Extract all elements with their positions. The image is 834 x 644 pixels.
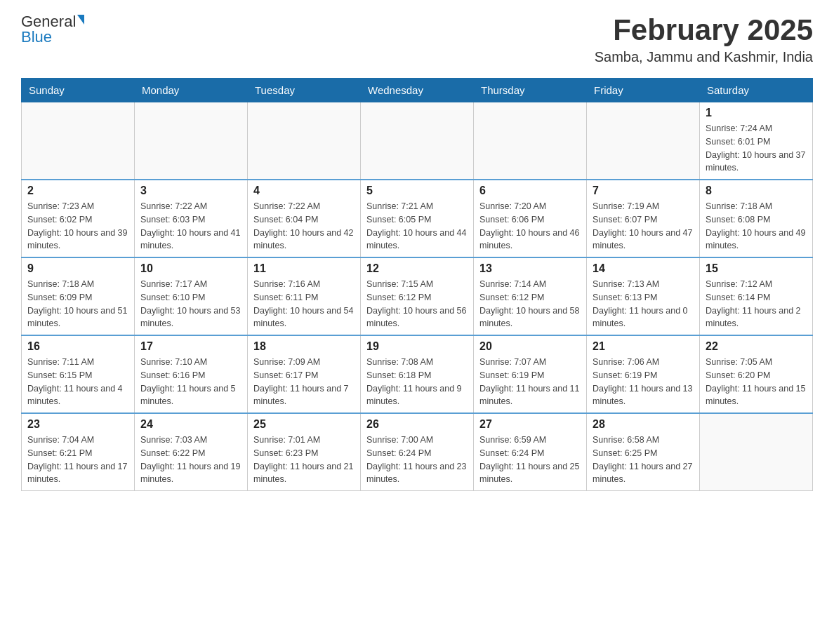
day-number: 25	[253, 418, 355, 431]
day-number: 13	[479, 262, 581, 275]
calendar-week-row: 1Sunrise: 7:24 AMSunset: 6:01 PMDaylight…	[22, 102, 813, 180]
calendar-cell: 10Sunrise: 7:17 AMSunset: 6:10 PMDayligh…	[135, 257, 248, 335]
day-info: Sunrise: 7:08 AMSunset: 6:18 PMDaylight:…	[366, 356, 468, 408]
calendar-cell: 8Sunrise: 7:18 AMSunset: 6:08 PMDaylight…	[700, 180, 813, 257]
calendar-cell: 28Sunrise: 6:58 AMSunset: 6:25 PMDayligh…	[587, 413, 700, 491]
calendar-cell	[587, 102, 700, 180]
day-info: Sunrise: 7:21 AMSunset: 6:05 PMDaylight:…	[366, 200, 468, 253]
calendar-cell: 23Sunrise: 7:04 AMSunset: 6:21 PMDayligh…	[22, 413, 135, 491]
day-info: Sunrise: 7:18 AMSunset: 6:09 PMDaylight:…	[27, 278, 128, 330]
day-info: Sunrise: 7:19 AMSunset: 6:07 PMDaylight:…	[593, 200, 694, 253]
day-number: 5	[366, 185, 468, 197]
calendar-week-row: 9Sunrise: 7:18 AMSunset: 6:09 PMDaylight…	[22, 257, 813, 335]
calendar-cell: 18Sunrise: 7:09 AMSunset: 6:17 PMDayligh…	[248, 335, 361, 413]
calendar-cell: 13Sunrise: 7:14 AMSunset: 6:12 PMDayligh…	[474, 257, 587, 335]
day-info: Sunrise: 7:22 AMSunset: 6:04 PMDaylight:…	[253, 200, 355, 253]
day-info: Sunrise: 7:06 AMSunset: 6:19 PMDaylight:…	[593, 356, 694, 408]
calendar-week-row: 16Sunrise: 7:11 AMSunset: 6:15 PMDayligh…	[22, 335, 813, 413]
day-info: Sunrise: 7:05 AMSunset: 6:20 PMDaylight:…	[706, 356, 807, 408]
day-number: 27	[479, 418, 581, 431]
day-number: 28	[593, 418, 694, 431]
location-title: Samba, Jammu and Kashmir, India	[595, 49, 813, 65]
day-info: Sunrise: 7:17 AMSunset: 6:10 PMDaylight:…	[140, 278, 241, 330]
day-number: 9	[27, 262, 128, 275]
calendar-cell	[361, 102, 474, 180]
logo-general-text: General	[21, 14, 76, 29]
calendar-cell: 14Sunrise: 7:13 AMSunset: 6:13 PMDayligh…	[587, 257, 700, 335]
weekday-header-tuesday: Tuesday	[248, 79, 361, 102]
day-info: Sunrise: 7:04 AMSunset: 6:21 PMDaylight:…	[27, 434, 128, 486]
calendar-cell: 24Sunrise: 7:03 AMSunset: 6:22 PMDayligh…	[135, 413, 248, 491]
day-info: Sunrise: 7:07 AMSunset: 6:19 PMDaylight:…	[479, 356, 581, 408]
day-info: Sunrise: 7:15 AMSunset: 6:12 PMDaylight:…	[366, 278, 468, 330]
calendar-cell: 19Sunrise: 7:08 AMSunset: 6:18 PMDayligh…	[361, 335, 474, 413]
calendar-cell: 9Sunrise: 7:18 AMSunset: 6:09 PMDaylight…	[22, 257, 135, 335]
calendar-cell	[22, 102, 135, 180]
day-number: 18	[253, 340, 355, 353]
calendar-cell	[248, 102, 361, 180]
day-number: 4	[253, 185, 355, 197]
day-info: Sunrise: 7:22 AMSunset: 6:03 PMDaylight:…	[140, 200, 241, 253]
day-info: Sunrise: 7:11 AMSunset: 6:15 PMDaylight:…	[27, 356, 128, 408]
calendar-cell: 17Sunrise: 7:10 AMSunset: 6:16 PMDayligh…	[135, 335, 248, 413]
calendar-cell: 5Sunrise: 7:21 AMSunset: 6:05 PMDaylight…	[361, 180, 474, 257]
day-number: 23	[27, 418, 128, 431]
calendar-cell	[474, 102, 587, 180]
day-number: 26	[366, 418, 468, 431]
day-info: Sunrise: 7:24 AMSunset: 6:01 PMDaylight:…	[706, 122, 807, 175]
day-number: 17	[140, 340, 241, 353]
day-info: Sunrise: 6:58 AMSunset: 6:25 PMDaylight:…	[593, 434, 694, 486]
day-number: 21	[593, 340, 694, 353]
day-number: 24	[140, 418, 241, 431]
calendar-table: SundayMondayTuesdayWednesdayThursdayFrid…	[21, 78, 813, 491]
calendar-cell: 12Sunrise: 7:15 AMSunset: 6:12 PMDayligh…	[361, 257, 474, 335]
weekday-header-wednesday: Wednesday	[361, 79, 474, 102]
weekday-header-thursday: Thursday	[474, 79, 587, 102]
day-info: Sunrise: 7:09 AMSunset: 6:17 PMDaylight:…	[253, 356, 355, 408]
calendar-cell	[135, 102, 248, 180]
day-number: 1	[706, 107, 807, 119]
day-number: 3	[140, 185, 241, 197]
calendar-cell	[700, 413, 813, 491]
day-info: Sunrise: 7:03 AMSunset: 6:22 PMDaylight:…	[140, 434, 241, 486]
calendar-cell: 4Sunrise: 7:22 AMSunset: 6:04 PMDaylight…	[248, 180, 361, 257]
day-number: 14	[593, 262, 694, 275]
day-number: 10	[140, 262, 241, 275]
month-title: February 2025	[595, 14, 813, 46]
day-info: Sunrise: 7:20 AMSunset: 6:06 PMDaylight:…	[479, 200, 581, 253]
calendar-cell: 22Sunrise: 7:05 AMSunset: 6:20 PMDayligh…	[700, 335, 813, 413]
day-info: Sunrise: 6:59 AMSunset: 6:24 PMDaylight:…	[479, 434, 581, 486]
day-number: 22	[706, 340, 807, 353]
calendar-cell: 6Sunrise: 7:20 AMSunset: 6:06 PMDaylight…	[474, 180, 587, 257]
day-info: Sunrise: 7:12 AMSunset: 6:14 PMDaylight:…	[706, 278, 807, 330]
day-info: Sunrise: 7:10 AMSunset: 6:16 PMDaylight:…	[140, 356, 241, 408]
weekday-header-row: SundayMondayTuesdayWednesdayThursdayFrid…	[22, 79, 813, 102]
day-number: 12	[366, 262, 468, 275]
day-info: Sunrise: 7:13 AMSunset: 6:13 PMDaylight:…	[593, 278, 694, 330]
day-number: 7	[593, 185, 694, 197]
logo: General Blue	[21, 14, 84, 45]
logo-triangle-icon	[77, 15, 84, 25]
calendar-week-row: 2Sunrise: 7:23 AMSunset: 6:02 PMDaylight…	[22, 180, 813, 257]
calendar-cell: 20Sunrise: 7:07 AMSunset: 6:19 PMDayligh…	[474, 335, 587, 413]
day-number: 16	[27, 340, 128, 353]
day-info: Sunrise: 7:23 AMSunset: 6:02 PMDaylight:…	[27, 200, 128, 253]
day-info: Sunrise: 7:01 AMSunset: 6:23 PMDaylight:…	[253, 434, 355, 486]
logo-blue-text: Blue	[21, 29, 52, 45]
day-info: Sunrise: 7:14 AMSunset: 6:12 PMDaylight:…	[479, 278, 581, 330]
calendar-cell: 16Sunrise: 7:11 AMSunset: 6:15 PMDayligh…	[22, 335, 135, 413]
day-number: 20	[479, 340, 581, 353]
calendar-cell: 21Sunrise: 7:06 AMSunset: 6:19 PMDayligh…	[587, 335, 700, 413]
day-number: 2	[27, 185, 128, 197]
calendar-cell: 11Sunrise: 7:16 AMSunset: 6:11 PMDayligh…	[248, 257, 361, 335]
calendar-week-row: 23Sunrise: 7:04 AMSunset: 6:21 PMDayligh…	[22, 413, 813, 491]
weekday-header-friday: Friday	[587, 79, 700, 102]
day-number: 11	[253, 262, 355, 275]
weekday-header-sunday: Sunday	[22, 79, 135, 102]
calendar-cell: 25Sunrise: 7:01 AMSunset: 6:23 PMDayligh…	[248, 413, 361, 491]
calendar-cell: 15Sunrise: 7:12 AMSunset: 6:14 PMDayligh…	[700, 257, 813, 335]
title-block: February 2025 Samba, Jammu and Kashmir, …	[595, 14, 813, 65]
day-info: Sunrise: 7:16 AMSunset: 6:11 PMDaylight:…	[253, 278, 355, 330]
day-number: 8	[706, 185, 807, 197]
day-number: 19	[366, 340, 468, 353]
